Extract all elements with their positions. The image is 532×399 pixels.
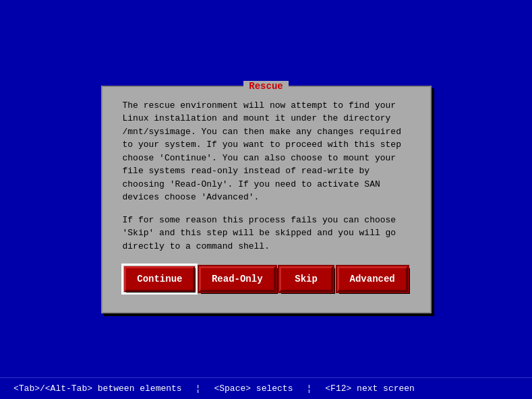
dialog-title: Rescue [243,81,288,92]
dialog-title-bar: Rescue [102,80,430,92]
status-divider-1: ¦ [196,383,201,394]
status-divider-2: ¦ [306,383,312,394]
continue-button[interactable]: Continue [124,266,195,292]
skip-button[interactable]: Skip [279,266,333,292]
read-only-button[interactable]: Read-Only [199,266,276,292]
paragraph-1: The rescue environment will now attempt … [123,99,410,204]
status-item-3: <F12> next screen [325,383,415,394]
status-item-1: <Tab>/<Alt-Tab> between elements [13,383,182,394]
paragraph-2: If for some reason this process fails yo… [123,214,410,253]
status-item-2: <Space> selects [214,383,293,394]
advanced-button[interactable]: Advanced [337,266,408,292]
status-bar: <Tab>/<Alt-Tab> between elements ¦ <Spac… [0,377,532,399]
dialog-text: The rescue environment will now attempt … [123,99,410,253]
button-row: Continue Read-Only Skip Advanced [123,266,410,292]
rescue-dialog: Rescue The rescue environment will now a… [101,86,432,314]
title-line-left [102,86,244,87]
dialog-body: The rescue environment will now attempt … [102,92,430,313]
title-line-right [289,86,430,87]
